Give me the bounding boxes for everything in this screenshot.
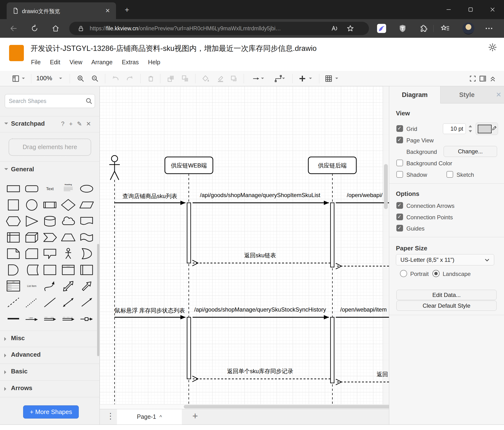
window-maximize-button[interactable] <box>460 0 482 19</box>
table-caret[interactable] <box>335 78 338 81</box>
zoom-level[interactable]: 100% <box>36 75 52 82</box>
shape-directional-connector[interactable] <box>77 294 96 310</box>
sketch-checkbox[interactable] <box>447 171 453 178</box>
shape-container[interactable] <box>41 262 59 278</box>
shape-cloud[interactable] <box>59 213 78 229</box>
section-misc[interactable]: Misc <box>0 334 100 344</box>
shape-and[interactable] <box>4 262 23 278</box>
to-back-icon[interactable] <box>181 75 189 82</box>
shape-container-title[interactable] <box>59 262 78 278</box>
connection-points-checkbox[interactable] <box>396 214 403 220</box>
shield-extension-icon[interactable] <box>398 24 407 33</box>
backend-activation-1[interactable] <box>331 203 334 267</box>
section-general[interactable]: General <box>0 165 100 175</box>
window-close-button[interactable] <box>482 0 504 19</box>
collections-icon[interactable] <box>441 24 450 33</box>
grid-size-input[interactable] <box>443 123 466 134</box>
shape-data-storage[interactable] <box>23 262 41 278</box>
extensions-puzzle-icon[interactable] <box>419 24 428 33</box>
shape-vertical-container[interactable] <box>77 262 96 278</box>
to-front-icon[interactable] <box>167 75 175 82</box>
menu-file[interactable]: File <box>31 59 41 65</box>
zoom-caret[interactable] <box>59 78 62 81</box>
shape-list[interactable]: ListItem 1Item 2Item 3 <box>4 278 23 294</box>
shape-or[interactable] <box>77 246 96 262</box>
section-arrows[interactable]: Arrows <box>0 384 100 394</box>
shape-list-item[interactable]: List Item <box>23 278 41 294</box>
zoom-out-icon[interactable] <box>91 75 99 82</box>
shape-rounded-rectangle[interactable] <box>23 181 41 197</box>
scratchpad-header[interactable]: Scratchpad ? + ✎ ✕ <box>0 120 100 130</box>
window-minimize-button[interactable] <box>438 0 460 19</box>
shape-horizontal-line[interactable] <box>4 310 23 327</box>
panel-layout-caret[interactable] <box>22 78 25 81</box>
shape-bidirectional-arrow[interactable] <box>59 278 78 294</box>
lifeline-backend-box[interactable]: 供应链后端 <box>308 157 356 174</box>
shape-text[interactable]: Text <box>41 181 59 197</box>
web-activation-1[interactable] <box>187 203 191 263</box>
home-icon[interactable] <box>52 24 60 32</box>
shape-process[interactable] <box>41 197 59 213</box>
menu-view[interactable]: View <box>69 59 82 65</box>
search-icon[interactable] <box>85 97 93 105</box>
shape-dotted-line[interactable] <box>23 294 41 310</box>
canvas-horizontal-scrollbar[interactable] <box>184 405 389 409</box>
clear-default-style-button[interactable]: Clear Default Style <box>396 300 497 311</box>
shadow-icon[interactable] <box>230 75 238 82</box>
panel-close-icon[interactable]: ✕ <box>493 86 504 103</box>
web-activation-2[interactable] <box>187 317 191 379</box>
menu-help[interactable]: Help <box>148 59 160 65</box>
collapse-icon[interactable] <box>489 75 497 82</box>
sequence-diagram[interactable]: 供应链WEB端 供应链后端 查询店铺商品sku列表 /api/goods/sho… <box>100 86 389 404</box>
format-panel-icon[interactable] <box>479 75 486 82</box>
tab-diagram[interactable]: Diagram <box>389 86 440 103</box>
url-field[interactable]: https://file.kkview.cn/onlinePreview?url… <box>69 22 369 35</box>
menu-edit[interactable]: Edit <box>50 59 60 65</box>
delete-icon[interactable] <box>147 75 155 82</box>
shape-callout[interactable] <box>41 246 59 262</box>
page-view-checkbox[interactable] <box>396 137 403 143</box>
url-text[interactable]: https://file.kkview.cn/onlinePreview?url… <box>90 22 333 35</box>
shape-cube[interactable] <box>23 229 41 246</box>
shape-step[interactable] <box>41 229 59 246</box>
waypoints-caret[interactable] <box>282 78 285 81</box>
panel-layout-icon[interactable] <box>12 75 19 82</box>
shadow-checkbox[interactable] <box>396 171 403 178</box>
add-page-button[interactable]: + <box>192 411 198 421</box>
redo-icon[interactable] <box>126 75 134 82</box>
undo-icon[interactable] <box>112 75 119 82</box>
section-basic[interactable]: Basic <box>0 367 100 377</box>
shape-hexagon[interactable] <box>4 213 23 229</box>
landscape-radio[interactable] <box>432 270 440 277</box>
tab-close-icon[interactable]: ✕ <box>104 7 112 15</box>
shape-label-arrow[interactable]: Label <box>23 310 41 327</box>
refresh-icon[interactable] <box>31 24 39 32</box>
shape-tape[interactable] <box>77 229 96 246</box>
scratchpad-close-icon[interactable]: ✕ <box>85 120 92 127</box>
shape-square[interactable] <box>4 197 23 213</box>
grid-checkbox[interactable] <box>396 125 403 132</box>
search-shapes-input[interactable] <box>5 94 95 108</box>
shape-arrow[interactable] <box>77 278 96 294</box>
waypoints-icon[interactable] <box>274 75 282 82</box>
edit-data-button[interactable]: Edit Data... <box>396 290 497 300</box>
grid-color-swatch[interactable] <box>478 125 492 133</box>
section-advanced[interactable]: Advanced <box>0 350 100 360</box>
scratchpad-help-icon[interactable]: ? <box>59 120 66 127</box>
lifeline-web-box[interactable]: 供应链WEB端 <box>165 157 213 174</box>
scratchpad-add-icon[interactable]: + <box>67 120 74 127</box>
menu-arrange[interactable]: Arrange <box>91 59 113 65</box>
paper-size-select[interactable]: US-Letter (8,5" x 11") <box>396 254 494 265</box>
shape-trapezoid[interactable] <box>59 229 78 246</box>
more-shapes-button[interactable]: + More Shapes <box>23 405 79 419</box>
shape-curve[interactable] <box>41 278 59 294</box>
shape-card[interactable] <box>23 246 41 262</box>
shape-rectangle[interactable] <box>4 181 23 197</box>
back-icon[interactable] <box>9 24 18 32</box>
grid-color-picker[interactable] <box>476 122 498 135</box>
lock-icon[interactable] <box>77 25 84 32</box>
grid-size-stepper[interactable] <box>467 123 474 134</box>
connection-arrows-checkbox[interactable] <box>396 202 403 209</box>
connection-icon[interactable] <box>252 75 260 82</box>
favorite-star-icon[interactable] <box>346 25 354 32</box>
